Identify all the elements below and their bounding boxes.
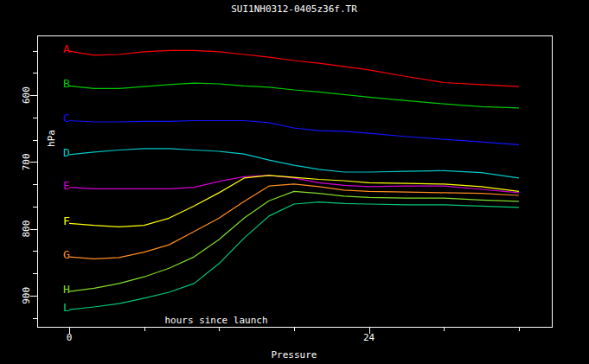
tick-labels: 024600700800900 (21, 86, 375, 343)
series-label-H: H (63, 283, 70, 296)
series-label-F: F (63, 214, 70, 227)
series-line-L (69, 202, 519, 310)
plot-window: SUI1NH0312-0405z36f.TR 024600700800900 h… (0, 0, 589, 364)
x-tick-label: 24 (363, 332, 375, 343)
series-line-C (69, 121, 519, 145)
x-axis-inner-label: hours since launch (164, 315, 267, 326)
series-label-E: E (63, 179, 70, 192)
series-line-F (69, 176, 519, 227)
pressure-time-chart: SUI1NH0312-0405z36f.TR 024600700800900 h… (0, 0, 589, 364)
series-label-L: L (63, 301, 70, 314)
y-axis-title: hPa (46, 130, 57, 147)
y-tick-label: 800 (21, 220, 32, 238)
plot-frame (38, 36, 553, 328)
y-tick-label: 900 (21, 287, 32, 304)
series-line-A (69, 50, 519, 86)
y-tick-label: 600 (21, 86, 32, 104)
series-line-G (69, 184, 519, 259)
x-axis-title: Pressure (272, 349, 317, 361)
series-line-H (69, 191, 519, 291)
series-label-B: B (63, 77, 70, 90)
series-line-B (69, 83, 519, 108)
x-tick-label: 0 (67, 332, 73, 343)
series-label-D: D (63, 146, 70, 159)
series-line-D (69, 149, 519, 178)
chart-title: SUI1NH0312-0405z36f.TR (231, 3, 357, 15)
series-label-G: G (63, 248, 70, 261)
series-label-A: A (63, 42, 70, 55)
series-label-C: C (63, 112, 70, 125)
y-tick-label: 700 (21, 153, 32, 170)
series-lines: ABCDEFGHL (63, 42, 519, 314)
